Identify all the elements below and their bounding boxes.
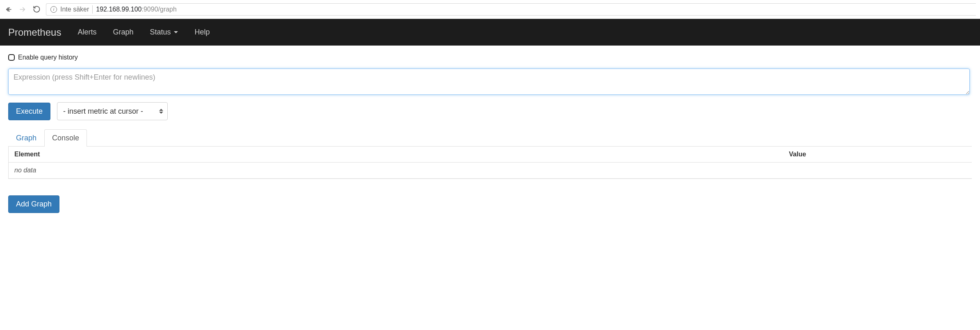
metric-select[interactable]: - insert metric at cursor - bbox=[57, 102, 168, 120]
navbar-nav: Alerts Graph Status Help bbox=[77, 28, 210, 37]
execute-button[interactable]: Execute bbox=[8, 103, 50, 120]
url-port: :9090 bbox=[141, 6, 158, 13]
browser-chrome: i Inte säker 192.168.99.100:9090/graph bbox=[0, 0, 980, 19]
address-separator bbox=[92, 5, 93, 14]
nav-graph[interactable]: Graph bbox=[113, 28, 133, 37]
query-history-toggle[interactable]: Enable query history bbox=[8, 54, 972, 61]
chevron-down-icon bbox=[174, 31, 178, 33]
nav-alerts[interactable]: Alerts bbox=[77, 28, 96, 37]
nav-status[interactable]: Status bbox=[150, 28, 178, 37]
navbar: Prometheus Alerts Graph Status Help bbox=[0, 19, 980, 46]
result-table: Element Value no data bbox=[9, 147, 972, 179]
url-path: /graph bbox=[158, 6, 177, 13]
col-element: Element bbox=[9, 147, 783, 163]
back-button[interactable] bbox=[4, 5, 13, 14]
info-icon: i bbox=[50, 6, 57, 13]
no-data-cell: no data bbox=[9, 163, 972, 179]
address-bar[interactable]: i Inte säker 192.168.99.100:9090/graph bbox=[46, 3, 976, 16]
table-row: no data bbox=[9, 163, 972, 179]
url-host: 192.168.99.100 bbox=[96, 6, 141, 13]
query-history-label: Enable query history bbox=[18, 54, 78, 61]
url-text: 192.168.99.100:9090/graph bbox=[96, 6, 177, 13]
tab-graph[interactable]: Graph bbox=[8, 129, 44, 147]
result-panel: Element Value no data bbox=[8, 147, 972, 179]
execute-row: Execute - insert metric at cursor - bbox=[8, 102, 972, 120]
nav-help-label: Help bbox=[194, 28, 210, 37]
navbar-brand[interactable]: Prometheus bbox=[8, 27, 61, 38]
reload-button[interactable] bbox=[32, 5, 41, 14]
main-content: Enable query history Execute - insert me… bbox=[0, 46, 980, 221]
security-label: Inte säker bbox=[60, 6, 89, 13]
nav-alerts-label: Alerts bbox=[77, 28, 96, 37]
forward-button[interactable] bbox=[18, 5, 27, 14]
select-arrows-icon bbox=[159, 109, 163, 114]
add-graph-button[interactable]: Add Graph bbox=[8, 195, 59, 213]
expression-input[interactable] bbox=[8, 69, 970, 95]
checkbox-icon[interactable] bbox=[8, 54, 15, 61]
nav-help[interactable]: Help bbox=[194, 28, 210, 37]
tab-console[interactable]: Console bbox=[44, 129, 87, 147]
col-value: Value bbox=[783, 147, 972, 163]
nav-graph-label: Graph bbox=[113, 28, 133, 37]
result-tabs: Graph Console bbox=[8, 129, 972, 147]
nav-status-label: Status bbox=[150, 28, 171, 37]
metric-select-label: - insert metric at cursor - bbox=[63, 107, 143, 116]
